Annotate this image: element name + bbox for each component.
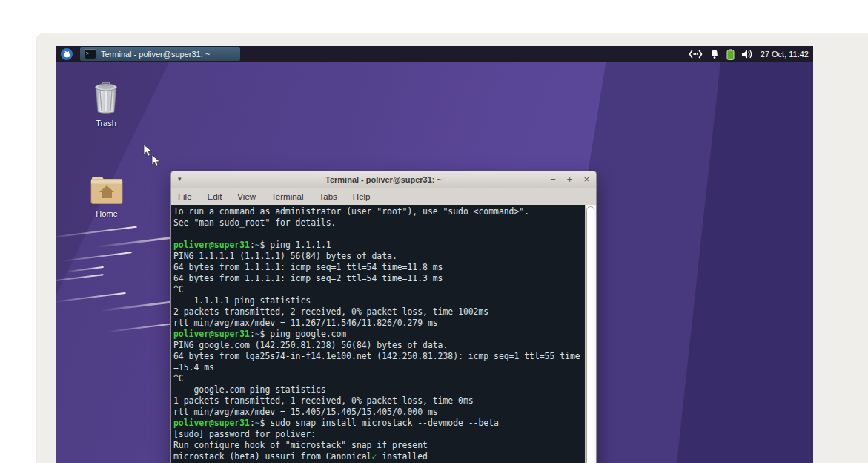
taskbar-button-terminal[interactable]: >_ Terminal - poliver@super31: ~: [80, 47, 240, 61]
terminal-line: [173, 229, 584, 240]
trash-can-icon: [90, 80, 122, 114]
desktop[interactable]: >_ Terminal - poliver@super31: ~: [56, 46, 813, 463]
terminal-line: =15.4 ms: [173, 362, 584, 373]
system-tray: 27 Oct, 11:42: [689, 46, 809, 62]
desktop-icon-label: Trash: [82, 119, 130, 128]
window-title: Terminal - poliver@super31: ~: [325, 175, 442, 184]
wallpaper-streak: [67, 266, 104, 272]
menu-terminal[interactable]: Terminal: [271, 192, 303, 201]
desktop-icon-label: Home: [83, 209, 130, 218]
terminal-line: 64 bytes from lga25s74-in-f14.1e100.net …: [173, 351, 584, 362]
terminal-line: --- 1.1.1.1 ping statistics ---: [173, 295, 584, 306]
volume-icon[interactable]: [741, 49, 754, 59]
terminal-line: Run configure hook of "microstack" snap …: [173, 440, 584, 451]
menu-help[interactable]: Help: [353, 192, 371, 201]
mouse-cursor-icon: [151, 154, 162, 168]
terminal-line: microstack (beta) ussuri from Canonical✓…: [173, 451, 584, 462]
terminal-viewport[interactable]: To run a command as administrator (user …: [171, 205, 596, 463]
battery-icon[interactable]: [726, 49, 735, 60]
terminal-line: [sudo] password for poliver:: [173, 429, 584, 440]
window-controls: − + ×: [550, 171, 589, 188]
terminal-line: rtt min/avg/max/mdev = 15.405/15.405/15.…: [173, 407, 584, 418]
clock[interactable]: 27 Oct, 11:42: [761, 50, 809, 59]
mouse-logo-glyph: [62, 50, 71, 59]
terminal-line: ^C: [173, 284, 584, 295]
menu-edit[interactable]: Edit: [208, 192, 222, 201]
taskbar-button-label: Terminal - poliver@super31: ~: [101, 50, 210, 59]
desktop-icon-trash[interactable]: Trash: [82, 80, 130, 128]
notifications-bell-icon[interactable]: [709, 49, 720, 59]
terminal-line: PING google.com (142.250.81.238) 56(84) …: [173, 340, 584, 351]
minimize-button[interactable]: −: [550, 171, 556, 188]
menu-file[interactable]: File: [178, 192, 192, 201]
terminal-line: 64 bytes from 1.1.1.1: icmp_seq=1 ttl=54…: [173, 262, 584, 273]
terminal-line: PING 1.1.1.1 (1.1.1.1) 56(84) bytes of d…: [173, 251, 584, 262]
terminal-line: ^C: [173, 373, 584, 384]
wallpaper-streak: [56, 292, 126, 303]
terminal-line: 1 packets transmitted, 1 received, 0% pa…: [173, 395, 584, 407]
window-menu-arrow-icon[interactable]: ▾: [178, 175, 182, 183]
menu-view[interactable]: View: [237, 192, 256, 201]
home-folder-icon: [89, 174, 125, 205]
top-panel: >_ Terminal - poliver@super31: ~: [56, 46, 813, 62]
terminal-line: 64 bytes from 1.1.1.1: icmp_seq=2 ttl=54…: [173, 273, 584, 284]
wallpaper-streak: [62, 252, 132, 262]
scrollbar-thumb[interactable]: [586, 206, 594, 463]
scrollbar[interactable]: [585, 205, 596, 463]
window-titlebar[interactable]: ▾ Terminal - poliver@super31: ~ − + ×: [171, 171, 596, 188]
terminal-app-icon: >_: [85, 49, 96, 59]
network-icon[interactable]: [689, 50, 703, 59]
terminal-window: ▾ Terminal - poliver@super31: ~ − + × Fi…: [170, 171, 597, 463]
terminal-line: See "man sudo_root" for details.: [173, 217, 584, 229]
close-button[interactable]: ×: [583, 171, 589, 188]
menu-tabs[interactable]: Tabs: [319, 192, 337, 201]
terminal-line: --- google.com ping statistics ---: [173, 384, 584, 395]
terminal-line: rtt min/avg/max/mdev = 11.267/11.546/11.…: [173, 318, 584, 329]
terminal-line: To run a command as administrator (user …: [173, 206, 584, 217]
terminal-line: poliver@super31:~$ ping 1.1.1.1: [173, 240, 584, 251]
desktop-icon-home[interactable]: Home: [83, 174, 130, 218]
menubar: File Edit View Terminal Tabs Help: [171, 188, 596, 206]
wallpaper-streak: [56, 274, 104, 283]
xubuntu-logo-icon[interactable]: [61, 48, 73, 60]
terminal-line: poliver@super31:~$ ping google.com: [173, 329, 584, 340]
wallpaper-streak: [56, 226, 137, 239]
terminal-output: To run a command as administrator (user …: [173, 206, 584, 463]
terminal-line: poliver@super31:~$ sudo snap install mic…: [173, 418, 584, 429]
terminal-line: 2 packets transmitted, 2 received, 0% pa…: [173, 306, 584, 318]
maximize-button[interactable]: +: [567, 171, 573, 188]
